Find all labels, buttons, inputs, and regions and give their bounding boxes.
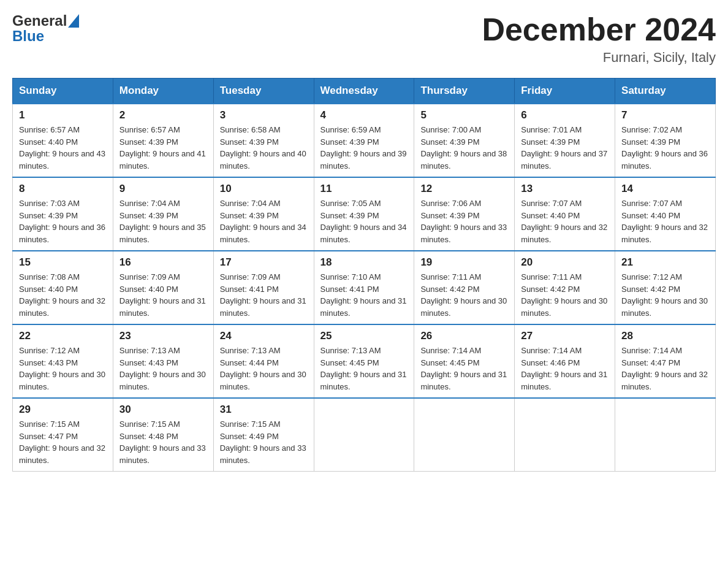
day-info: Sunrise: 7:12 AMSunset: 4:42 PMDaylight:…	[621, 271, 709, 319]
day-header-sunday: Sunday	[13, 79, 113, 104]
month-title: December 2024	[482, 12, 716, 47]
day-number: 28	[621, 330, 709, 342]
day-header-monday: Monday	[113, 79, 213, 104]
calendar-cell	[515, 398, 615, 472]
day-number: 1	[19, 109, 107, 121]
calendar-cell: 30Sunrise: 7:15 AMSunset: 4:48 PMDayligh…	[113, 398, 213, 472]
calendar-cell: 27Sunrise: 7:14 AMSunset: 4:46 PMDayligh…	[515, 324, 615, 398]
calendar-cell: 26Sunrise: 7:14 AMSunset: 4:45 PMDayligh…	[414, 324, 515, 398]
day-number: 24	[220, 330, 308, 342]
calendar-cell	[414, 398, 515, 472]
day-number: 27	[521, 330, 609, 342]
day-number: 11	[320, 183, 408, 195]
calendar-cell: 21Sunrise: 7:12 AMSunset: 4:42 PMDayligh…	[615, 251, 716, 324]
calendar-cell	[314, 398, 414, 472]
day-number: 17	[220, 256, 308, 269]
week-row-1: 1Sunrise: 6:57 AMSunset: 4:40 PMDaylight…	[13, 104, 716, 177]
svg-marker-0	[68, 14, 79, 28]
calendar-cell: 19Sunrise: 7:11 AMSunset: 4:42 PMDayligh…	[414, 251, 515, 324]
day-number: 19	[420, 256, 508, 269]
week-row-5: 29Sunrise: 7:15 AMSunset: 4:47 PMDayligh…	[13, 398, 716, 472]
day-info: Sunrise: 7:13 AMSunset: 4:44 PMDaylight:…	[220, 345, 308, 393]
logo-triangle-icon	[68, 14, 79, 28]
day-info: Sunrise: 7:02 AMSunset: 4:39 PMDaylight:…	[621, 124, 709, 172]
calendar-cell: 28Sunrise: 7:14 AMSunset: 4:47 PMDayligh…	[615, 324, 716, 398]
week-row-4: 22Sunrise: 7:12 AMSunset: 4:43 PMDayligh…	[13, 324, 716, 398]
day-number: 12	[420, 183, 508, 195]
day-number: 25	[320, 330, 408, 342]
calendar-cell: 6Sunrise: 7:01 AMSunset: 4:39 PMDaylight…	[515, 104, 615, 177]
day-info: Sunrise: 7:13 AMSunset: 4:43 PMDaylight:…	[119, 345, 207, 393]
logo-wordmark: General Blue	[12, 12, 80, 45]
calendar-cell: 1Sunrise: 6:57 AMSunset: 4:40 PMDaylight…	[13, 104, 113, 177]
day-number: 22	[19, 330, 107, 342]
calendar-cell: 20Sunrise: 7:11 AMSunset: 4:42 PMDayligh…	[515, 251, 615, 324]
calendar-cell: 9Sunrise: 7:04 AMSunset: 4:39 PMDaylight…	[113, 177, 213, 251]
calendar-cell: 12Sunrise: 7:06 AMSunset: 4:39 PMDayligh…	[414, 177, 515, 251]
day-info: Sunrise: 7:13 AMSunset: 4:45 PMDaylight:…	[320, 345, 408, 393]
day-info: Sunrise: 6:59 AMSunset: 4:39 PMDaylight:…	[320, 124, 408, 172]
day-number: 9	[119, 183, 207, 195]
day-info: Sunrise: 7:14 AMSunset: 4:46 PMDaylight:…	[521, 345, 609, 393]
day-info: Sunrise: 7:15 AMSunset: 4:49 PMDaylight:…	[220, 418, 308, 466]
calendar-cell: 29Sunrise: 7:15 AMSunset: 4:47 PMDayligh…	[13, 398, 113, 472]
day-number: 4	[320, 109, 408, 121]
calendar-cell: 11Sunrise: 7:05 AMSunset: 4:39 PMDayligh…	[314, 177, 414, 251]
day-number: 13	[521, 183, 609, 195]
day-info: Sunrise: 7:01 AMSunset: 4:39 PMDaylight:…	[521, 124, 609, 172]
day-header-friday: Friday	[515, 79, 615, 104]
day-number: 8	[19, 183, 107, 195]
day-info: Sunrise: 7:14 AMSunset: 4:47 PMDaylight:…	[621, 345, 709, 393]
day-number: 14	[621, 183, 709, 195]
day-info: Sunrise: 7:09 AMSunset: 4:40 PMDaylight:…	[119, 271, 207, 319]
calendar-cell: 7Sunrise: 7:02 AMSunset: 4:39 PMDaylight…	[615, 104, 716, 177]
day-number: 3	[220, 109, 308, 121]
day-number: 5	[420, 109, 508, 121]
week-row-3: 15Sunrise: 7:08 AMSunset: 4:40 PMDayligh…	[13, 251, 716, 324]
day-number: 23	[119, 330, 207, 342]
day-number: 20	[521, 256, 609, 269]
day-number: 31	[220, 404, 308, 416]
day-info: Sunrise: 7:14 AMSunset: 4:45 PMDaylight:…	[420, 345, 508, 393]
week-row-2: 8Sunrise: 7:03 AMSunset: 4:39 PMDaylight…	[13, 177, 716, 251]
day-number: 29	[19, 404, 107, 416]
title-area: December 2024 Furnari, Sicily, Italy	[482, 12, 716, 66]
calendar-cell: 25Sunrise: 7:13 AMSunset: 4:45 PMDayligh…	[314, 324, 414, 398]
day-info: Sunrise: 7:11 AMSunset: 4:42 PMDaylight:…	[521, 271, 609, 319]
day-info: Sunrise: 7:04 AMSunset: 4:39 PMDaylight:…	[220, 197, 308, 245]
day-number: 6	[521, 109, 609, 121]
calendar-cell: 16Sunrise: 7:09 AMSunset: 4:40 PMDayligh…	[113, 251, 213, 324]
day-header-wednesday: Wednesday	[314, 79, 414, 104]
calendar-table: SundayMondayTuesdayWednesdayThursdayFrid…	[12, 78, 716, 472]
calendar-cell: 17Sunrise: 7:09 AMSunset: 4:41 PMDayligh…	[213, 251, 314, 324]
day-info: Sunrise: 7:06 AMSunset: 4:39 PMDaylight:…	[420, 197, 508, 245]
day-header-saturday: Saturday	[615, 79, 716, 104]
day-info: Sunrise: 6:57 AMSunset: 4:39 PMDaylight:…	[119, 124, 207, 172]
logo: General Blue	[12, 12, 80, 45]
day-number: 18	[320, 256, 408, 269]
calendar-cell: 14Sunrise: 7:07 AMSunset: 4:40 PMDayligh…	[615, 177, 716, 251]
calendar-cell: 31Sunrise: 7:15 AMSunset: 4:49 PMDayligh…	[213, 398, 314, 472]
day-number: 10	[220, 183, 308, 195]
location-subtitle: Furnari, Sicily, Italy	[482, 50, 716, 66]
day-info: Sunrise: 7:08 AMSunset: 4:40 PMDaylight:…	[19, 271, 107, 319]
calendar-cell: 22Sunrise: 7:12 AMSunset: 4:43 PMDayligh…	[13, 324, 113, 398]
day-info: Sunrise: 7:10 AMSunset: 4:41 PMDaylight:…	[320, 271, 408, 319]
day-info: Sunrise: 6:58 AMSunset: 4:39 PMDaylight:…	[220, 124, 308, 172]
logo-blue: Blue	[12, 28, 44, 44]
calendar-cell: 8Sunrise: 7:03 AMSunset: 4:39 PMDaylight…	[13, 177, 113, 251]
day-info: Sunrise: 7:04 AMSunset: 4:39 PMDaylight:…	[119, 197, 207, 245]
day-number: 26	[420, 330, 508, 342]
day-number: 15	[19, 256, 107, 269]
page-header: General Blue December 2024 Furnari, Sici…	[12, 12, 716, 66]
calendar-cell: 24Sunrise: 7:13 AMSunset: 4:44 PMDayligh…	[213, 324, 314, 398]
day-info: Sunrise: 7:15 AMSunset: 4:48 PMDaylight:…	[119, 418, 207, 466]
day-info: Sunrise: 7:11 AMSunset: 4:42 PMDaylight:…	[420, 271, 508, 319]
day-info: Sunrise: 7:15 AMSunset: 4:47 PMDaylight:…	[19, 418, 107, 466]
day-info: Sunrise: 7:03 AMSunset: 4:39 PMDaylight:…	[19, 197, 107, 245]
calendar-cell: 23Sunrise: 7:13 AMSunset: 4:43 PMDayligh…	[113, 324, 213, 398]
calendar-cell: 10Sunrise: 7:04 AMSunset: 4:39 PMDayligh…	[213, 177, 314, 251]
day-info: Sunrise: 7:07 AMSunset: 4:40 PMDaylight:…	[621, 197, 709, 245]
day-number: 16	[119, 256, 207, 269]
calendar-cell: 13Sunrise: 7:07 AMSunset: 4:40 PMDayligh…	[515, 177, 615, 251]
